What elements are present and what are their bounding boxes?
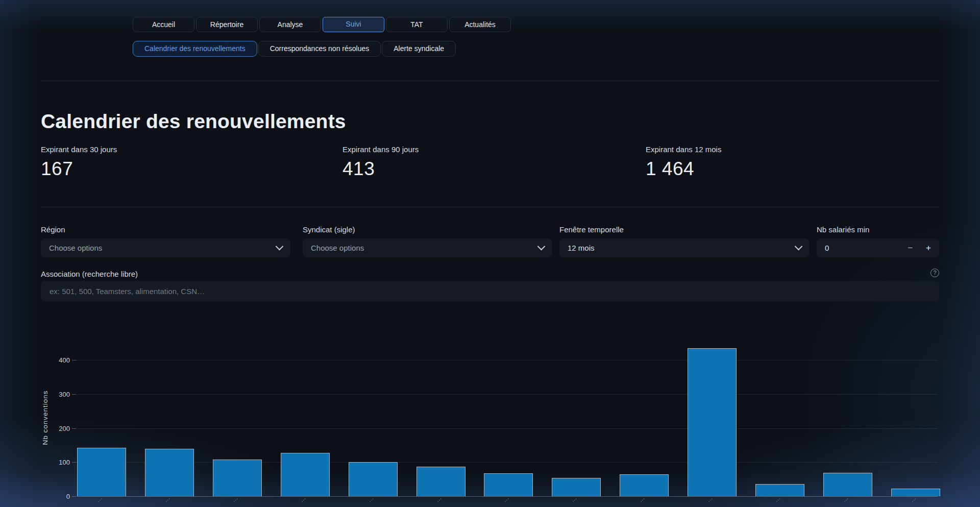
- y-tick-mark: [72, 462, 76, 463]
- bar: [416, 467, 465, 496]
- x-tick-label-clipped: ···: [163, 496, 172, 504]
- page-title: Calendrier des renouvellements: [41, 110, 346, 133]
- x-tick-label-clipped: ···: [706, 496, 714, 504]
- tab-calendrier-renouvellements[interactable]: Calendrier des renouvellements: [133, 41, 257, 57]
- bar: [77, 448, 126, 496]
- association-filter-label: Association (recherche libre): [41, 270, 138, 278]
- x-tick-label-clipped: ···: [502, 496, 510, 504]
- stepper-increment-button[interactable]: +: [926, 244, 931, 252]
- y-tick-label: 200: [46, 425, 70, 432]
- fenetre-filter-label: Fenêtre temporelle: [559, 225, 624, 234]
- y-tick-mark: [72, 394, 76, 395]
- y-tick-label: 300: [46, 391, 70, 398]
- x-tick-label-clipped: ···: [774, 496, 782, 504]
- divider-top: [41, 81, 939, 81]
- x-tick-label-clipped: ···: [435, 496, 443, 504]
- bar: [145, 449, 194, 496]
- y-tick-mark: [72, 428, 76, 429]
- tab-suivi[interactable]: Suivi: [323, 17, 384, 32]
- association-search-input[interactable]: [41, 281, 939, 301]
- bar: [213, 460, 262, 496]
- tab-repertoire[interactable]: Répertoire: [196, 17, 258, 32]
- tab-analyse[interactable]: Analyse: [259, 17, 321, 32]
- gridline: [77, 428, 938, 429]
- metric-label: Expirant dans 12 mois: [646, 145, 721, 154]
- bar: [620, 474, 669, 496]
- chevron-down-icon: [537, 243, 546, 251]
- fenetre-select[interactable]: 12 mois: [559, 238, 810, 257]
- y-tick-label: 100: [46, 458, 70, 466]
- main-tab-bar: Accueil Répertoire Analyse Suivi TAT Act…: [133, 17, 511, 32]
- bar: [891, 489, 940, 496]
- bar: [823, 473, 872, 496]
- metric-value: 167: [41, 158, 117, 180]
- divider-filters: [41, 207, 939, 207]
- x-tick-label-clipped: ···: [95, 496, 104, 504]
- region-select[interactable]: Choose options: [41, 238, 290, 257]
- tab-alerte-syndicale[interactable]: Alerte syndicale: [382, 41, 456, 57]
- bar: [349, 462, 398, 496]
- gridline: [77, 462, 938, 463]
- bar: [688, 348, 737, 496]
- tab-actualites[interactable]: Actualités: [449, 17, 511, 32]
- renewal-dashboard: Accueil Répertoire Analyse Suivi TAT Act…: [0, 0, 980, 507]
- gridline: [77, 360, 938, 360]
- metric-label: Expirant dans 90 jours: [342, 145, 419, 154]
- fenetre-select-value: 12 mois: [568, 244, 595, 252]
- stepper-decrement-button[interactable]: −: [908, 244, 913, 252]
- syndicat-select-value: Choose options: [311, 244, 364, 252]
- x-tick-label-clipped: ···: [570, 496, 578, 504]
- tab-accueil[interactable]: Accueil: [133, 17, 194, 32]
- metric-value: 413: [342, 158, 419, 180]
- chevron-down-icon: [276, 243, 284, 251]
- x-tick-label-clipped: ···: [842, 496, 850, 504]
- nb-salaries-filter-label: Nb salariés min: [817, 225, 869, 234]
- tab-correspondances-non-resolues[interactable]: Correspondances non résolues: [258, 41, 381, 57]
- gridline: [77, 394, 938, 395]
- x-tick-label-clipped: ···: [231, 496, 239, 504]
- bar: [552, 478, 601, 496]
- y-tick-label: 0: [46, 493, 70, 500]
- syndicat-filter-label: Syndicat (sigle): [303, 225, 355, 234]
- chevron-down-icon: [795, 243, 803, 251]
- x-tick-label-clipped: ···: [638, 496, 646, 504]
- y-tick-label: 400: [46, 356, 70, 364]
- syndicat-select[interactable]: Choose options: [303, 238, 552, 257]
- metric-expiring-12-months: Expirant dans 12 mois 1 464: [646, 145, 721, 180]
- bar: [484, 473, 533, 496]
- metric-label: Expirant dans 30 jours: [41, 145, 117, 154]
- y-axis-title: Nb conventions: [41, 390, 49, 445]
- nb-salaries-value: 0: [825, 244, 829, 252]
- x-tick-label-clipped: ···: [367, 496, 375, 504]
- tab-tat[interactable]: TAT: [386, 17, 448, 32]
- metric-expiring-90-days: Expirant dans 90 jours 413: [342, 145, 419, 180]
- x-tick-label-clipped: ···: [910, 496, 918, 504]
- bar: [281, 453, 330, 496]
- y-tick-mark: [72, 360, 76, 360]
- bar: [755, 484, 804, 496]
- x-tick-label-clipped: ···: [299, 496, 307, 504]
- y-tick-mark: [72, 496, 76, 497]
- sub-tab-bar: Calendrier des renouvellements Correspon…: [133, 41, 456, 57]
- help-icon[interactable]: ?: [930, 269, 939, 277]
- region-select-value: Choose options: [49, 244, 102, 252]
- region-filter-label: Région: [41, 225, 65, 234]
- metric-expiring-30-days: Expirant dans 30 jours 167: [41, 145, 117, 180]
- nb-salaries-stepper[interactable]: 0 − +: [817, 238, 939, 257]
- metric-value: 1 464: [646, 158, 721, 180]
